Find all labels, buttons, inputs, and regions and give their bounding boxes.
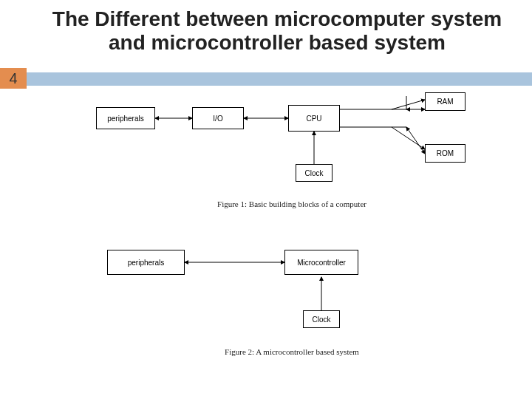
- block-label: Clock: [312, 316, 330, 324]
- page-title: The Different between microcomputer syst…: [44, 7, 510, 55]
- fig1-rom-block: ROM: [425, 144, 466, 163]
- fig2-peripherals-block: peripherals: [107, 250, 185, 275]
- block-label: Microcontroller: [297, 259, 346, 267]
- fig1-ram-block: RAM: [425, 92, 466, 111]
- diagram-area: peripherals I/O CPU Clock RAM ROM Figure…: [89, 96, 495, 392]
- block-label: I/O: [213, 115, 222, 123]
- block-label: ROM: [437, 149, 454, 157]
- fig2-microcontroller-block: Microcontroller: [284, 250, 358, 275]
- figure2-caption: Figure 2: A microcontroller based system: [89, 347, 495, 356]
- block-label: RAM: [437, 98, 453, 106]
- fig1-peripherals-block: peripherals: [96, 107, 155, 129]
- svg-line-8: [406, 127, 425, 154]
- block-label: peripherals: [128, 259, 164, 267]
- svg-line-6: [392, 100, 425, 109]
- fig1-clock-block: Clock: [296, 164, 332, 182]
- header-accent-bar: [0, 72, 532, 86]
- figure1-caption: Figure 1: Basic building blocks of a com…: [89, 200, 495, 208]
- fig1-io-block: I/O: [192, 107, 244, 129]
- page-number: 4: [9, 70, 17, 87]
- block-label: CPU: [306, 115, 321, 123]
- block-label: Clock: [304, 169, 323, 177]
- block-label: peripherals: [107, 115, 143, 123]
- fig1-cpu-block: CPU: [288, 105, 340, 132]
- fig2-clock-block: Clock: [303, 310, 340, 328]
- page-number-box: 4: [0, 68, 27, 89]
